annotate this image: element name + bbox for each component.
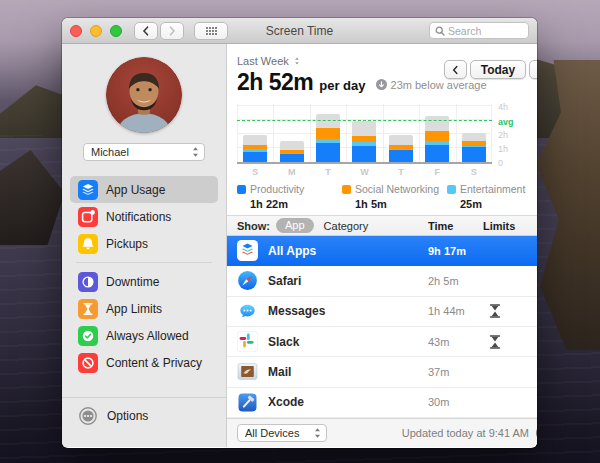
downtime-icon [78,272,98,292]
usage-chart: SMTWTFS 4h2h1h0avg [237,104,537,176]
app-limits-icon [78,299,98,319]
today-button[interactable]: Today [470,60,526,79]
next-period-button[interactable] [529,60,537,79]
sidebar-menu: App UsageNotificationsPickupsDowntimeApp… [62,176,226,376]
sidebar-item-downtime[interactable]: Downtime [70,268,218,295]
table-row-messages[interactable]: Messages1h 44m [227,297,537,327]
app-name: Messages [268,304,325,318]
bar-segment-other [243,135,267,144]
app-time: 9h 17m [428,245,466,257]
updown-chevrons-icon [293,56,301,66]
sidebar-item-app-limits[interactable]: App Limits [70,295,218,322]
close-button[interactable] [70,25,82,37]
chart-bar-5[interactable] [383,102,419,162]
back-button[interactable] [134,22,158,40]
always-allowed-icon [78,326,98,346]
table-row-mail[interactable]: Mail37m [227,357,537,387]
sidebar-item-pickups[interactable]: Pickups [70,230,218,257]
usage-header: Last Week 2h 52m per day 23m below avera… [227,44,537,96]
legend-total: 1h 22m [250,198,342,210]
chart-bar-4[interactable] [346,102,382,162]
tab-app[interactable]: App [276,218,314,233]
notifications-icon [78,207,98,227]
search-icon [435,26,445,36]
column-header-limits: Limits [483,220,515,232]
slack-icon [237,331,258,352]
chart-bar-1[interactable] [237,102,273,162]
previous-period-button[interactable] [444,60,467,79]
zoom-button[interactable] [110,25,122,37]
search-input[interactable]: Search [429,22,529,39]
bar-segment-productivity [462,147,486,162]
sidebar-item-label: Notifications [106,210,171,224]
sidebar-item-notifications[interactable]: Notifications [70,203,218,230]
avatar[interactable] [106,57,182,133]
chevron-right-icon [536,65,537,75]
legend-label: Entertainment [460,183,525,195]
titlebar: Screen Time Search [62,18,537,44]
chart-day-label: T [398,167,404,177]
sidebar-item-label: Pickups [106,237,148,251]
table-row-slack[interactable]: Slack43m [227,327,537,357]
window-controls [70,25,122,37]
bar-segment-social-networking [316,128,340,139]
down-arrow-circle-icon [376,79,387,90]
app-time: 1h 44m [428,305,465,317]
sidebar-item-label: Always Allowed [106,329,189,343]
table-row-all-apps[interactable]: All Apps9h 17m [227,236,537,266]
bar-segment-productivity [280,154,304,162]
chart-bar-7[interactable] [456,102,492,162]
table-row-xcode[interactable]: Xcode30m [227,388,537,418]
app-time: 2h 5m [428,275,459,287]
chart-day-label: M [288,167,296,177]
legend-swatch [237,185,246,194]
legend-item-productivity: Productivity1h 22m [237,183,342,215]
chevron-left-icon [141,26,151,36]
chart-bar-6[interactable] [419,102,455,162]
sidebar-item-options[interactable]: Options [62,397,226,447]
mail-icon [237,361,258,382]
avatar-photo [106,57,182,133]
sidebar-item-always-allowed[interactable]: Always Allowed [70,322,218,349]
chart-day-label: T [325,167,331,177]
user-select[interactable]: Michael [83,143,205,161]
legend-swatch [342,185,351,194]
chart-day-label: S [252,167,258,177]
sidebar-divider [76,262,212,263]
hourglass-limit-icon [489,335,501,349]
pickups-icon [78,234,98,254]
sidebar-item-app-usage[interactable]: App Usage [70,176,218,203]
minimize-button[interactable] [90,25,102,37]
help-button[interactable]: ? [536,425,537,441]
chart-bar-2[interactable] [273,102,309,162]
sidebar: Michael App UsageNotificationsPickupsDow… [62,44,227,447]
legend-item-social-networking: Social Networking1h 5m [342,183,447,215]
safari-icon [237,270,258,291]
comparison-note: 23m below average [376,79,487,91]
app-name: Slack [268,335,299,349]
main-panel: Last Week 2h 52m per day 23m below avera… [227,44,537,447]
sidebar-item-content-privacy[interactable]: Content & Privacy [70,349,218,376]
screen-time-window: Screen Time Search [62,18,537,448]
messages-icon [237,301,258,322]
devices-select[interactable]: All Devices [237,424,327,442]
sidebar-item-label: Content & Privacy [106,356,202,370]
app-usage-table: All Apps9h 17mSafari2h 5mMessages1h 44mS… [227,236,537,418]
chart-y-axis: 4h2h1h0avg [498,104,536,164]
chart-day-label: S [471,167,477,177]
bar-segment-other [352,121,376,136]
legend-label: Productivity [250,183,304,195]
forward-button[interactable] [160,22,184,40]
updown-chevrons-icon [190,146,201,158]
bar-segment-other [425,116,449,131]
view-grid-button[interactable] [194,22,228,40]
period-label: Last Week [237,55,289,67]
bar-segment-other [389,135,413,145]
chart-day-labels: SMTWTFS [237,167,492,179]
chart-bar-3[interactable] [310,102,346,162]
app-name: Xcode [268,395,304,409]
tab-category[interactable]: Category [324,220,369,232]
bar-segment-productivity [389,150,413,162]
bar-segment-other [316,114,340,128]
table-row-safari[interactable]: Safari2h 5m [227,266,537,296]
